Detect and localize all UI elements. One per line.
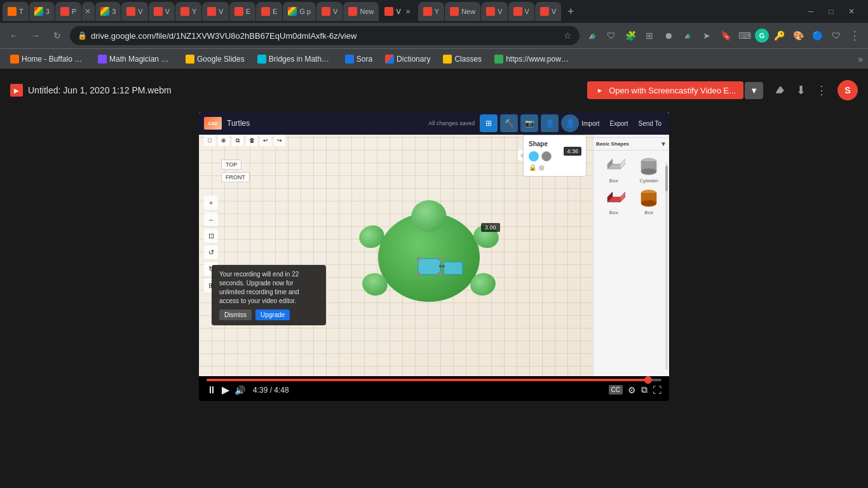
- keyboard-ext-icon[interactable]: ⌨: [736, 27, 754, 44]
- grid-icon[interactable]: ⊞: [641, 27, 658, 44]
- lastpass-icon[interactable]: 🔑: [770, 27, 788, 44]
- open-with-button[interactable]: ▶ Open with Screencastify Video E...: [587, 81, 743, 99]
- tab-15-active[interactable]: V ✕: [379, 2, 417, 21]
- drive-acl-icon[interactable]: [773, 83, 786, 98]
- shape-target-icon[interactable]: ◎: [539, 164, 545, 171]
- color-swatch-grey[interactable]: [541, 151, 552, 161]
- minimize-button[interactable]: ─: [802, 3, 820, 20]
- extra-ext-icon[interactable]: 🔵: [808, 27, 826, 44]
- forward-button[interactable]: →: [27, 27, 44, 44]
- bookmark-powto[interactable]: https://www.powto...: [489, 53, 574, 65]
- user-avatar[interactable]: S: [837, 80, 858, 100]
- tab-6[interactable]: V: [121, 2, 147, 21]
- dismiss-button[interactable]: Dismiss: [219, 309, 252, 320]
- volume-button[interactable]: 🔊: [234, 385, 245, 395]
- bookmark-classes[interactable]: Classes: [438, 53, 487, 65]
- tinkercad-sendto-button[interactable]: Send To: [635, 119, 664, 128]
- refresh-button[interactable]: ↻: [48, 27, 66, 44]
- tab-9[interactable]: V: [202, 2, 228, 21]
- tab-19[interactable]: V: [508, 2, 534, 21]
- bookmark-home[interactable]: Home - Buffalo Rid...: [5, 53, 90, 65]
- progress-thumb[interactable]: [644, 376, 652, 384]
- chrome-menu-button[interactable]: ⋮: [846, 29, 863, 43]
- tab-2[interactable]: 3: [29, 2, 55, 21]
- fullscreen-button[interactable]: ⛶: [653, 385, 661, 395]
- tab-16[interactable]: Y: [418, 2, 444, 21]
- maximize-button[interactable]: □: [822, 3, 840, 20]
- arrow-ext-icon[interactable]: ➤: [698, 27, 715, 44]
- bookmark-star-icon[interactable]: ☆: [564, 30, 572, 41]
- tinkercad-person-icon[interactable]: 👤: [541, 114, 559, 132]
- tk-zoom-in[interactable]: +: [204, 196, 218, 210]
- bookmark-math[interactable]: Math Magician Mul...: [93, 53, 178, 65]
- tk-rotate-left[interactable]: ↺: [204, 245, 218, 259]
- shape-item-cylinder-orange[interactable]: Box: [633, 186, 666, 215]
- tab-8[interactable]: Y: [175, 2, 201, 21]
- bookmark-sora[interactable]: Sora: [340, 53, 377, 65]
- bookmark-bridges[interactable]: Bridges in Mathem...: [252, 53, 337, 65]
- video-content[interactable]: CAD Turtles All changes saved ⊞ 🔨 📷 👤 👤 …: [199, 112, 669, 376]
- new-tab-button[interactable]: +: [562, 3, 580, 20]
- shape-item-box-red[interactable]: Box: [597, 186, 630, 215]
- tab-5[interactable]: 3: [95, 2, 121, 21]
- tab-close-15[interactable]: ✕: [403, 7, 412, 16]
- tinkercad-camera-icon[interactable]: 📷: [520, 114, 538, 132]
- color-swatch-blue[interactable]: [529, 151, 539, 161]
- close-button[interactable]: ✕: [843, 3, 860, 20]
- open-with-dropdown-button[interactable]: ▼: [745, 82, 763, 99]
- tab-7[interactable]: V: [149, 2, 175, 21]
- tk-duplicate-tool[interactable]: ⧉: [232, 135, 243, 146]
- protection-icon[interactable]: 🛡: [827, 27, 845, 44]
- tinkercad-grid-view-icon[interactable]: ⊞: [480, 114, 498, 132]
- tab-18[interactable]: V: [481, 2, 507, 21]
- tk-delete-tool[interactable]: 🗑: [246, 135, 257, 146]
- tab-20[interactable]: V: [535, 2, 561, 21]
- bookmark-dictionary[interactable]: Dictionary: [380, 53, 435, 65]
- extensions-icon[interactable]: 🧩: [621, 27, 639, 44]
- screencastify-icon[interactable]: ⏺: [660, 27, 677, 44]
- tab-1[interactable]: T: [3, 2, 29, 21]
- miniplayer-button[interactable]: ⧉: [641, 384, 648, 395]
- shape-item-cylinder[interactable]: Cylinder: [633, 154, 666, 184]
- tab-close-btn[interactable]: ✕: [82, 2, 95, 21]
- tab-17[interactable]: New: [445, 2, 480, 21]
- address-box[interactable]: 🔒 drive.google.com/file/d/1NZ1XVW3VU8o2h…: [70, 26, 580, 45]
- tab-3[interactable]: P: [55, 2, 81, 21]
- colorpicker-icon[interactable]: 🎨: [789, 27, 807, 44]
- panel-scrollbar-thumb[interactable]: [665, 166, 668, 191]
- tab-13[interactable]: V: [316, 2, 342, 21]
- tk-select-tool[interactable]: □: [204, 135, 215, 146]
- shape-lock-icon[interactable]: 🔒: [529, 164, 536, 171]
- bookmark-ext-icon[interactable]: 🔖: [717, 27, 735, 44]
- tinkercad-import-button[interactable]: Import: [579, 119, 602, 128]
- tinkercad-export-button[interactable]: Export: [607, 119, 631, 128]
- tinkercad-hammer-icon[interactable]: 🔨: [500, 114, 518, 132]
- play-button[interactable]: ▶: [222, 384, 229, 396]
- drive-icon[interactable]: [583, 27, 601, 44]
- tk-move-tool[interactable]: ⊕: [218, 135, 229, 146]
- download-button[interactable]: ⬇: [796, 83, 806, 97]
- progress-bar[interactable]: [207, 379, 661, 381]
- shield-icon[interactable]: 🛡: [602, 27, 620, 44]
- bookmark-slides[interactable]: Google Slides: [180, 53, 250, 65]
- pause-button[interactable]: ⏸: [207, 384, 217, 396]
- upgrade-button[interactable]: Upgrade: [255, 309, 290, 320]
- tab-11[interactable]: E: [256, 2, 282, 21]
- tab-14[interactable]: New: [343, 2, 379, 21]
- tk-undo-tool[interactable]: ↩: [260, 135, 271, 146]
- tk-fit-view[interactable]: ⊡: [204, 229, 218, 243]
- google-drive-ext-icon[interactable]: [679, 27, 696, 44]
- settings-button[interactable]: ⚙: [628, 385, 636, 395]
- bookmarks-more-button[interactable]: »: [858, 54, 863, 64]
- tab-12[interactable]: G p: [283, 2, 316, 21]
- tab-10[interactable]: E: [229, 2, 255, 21]
- tk-redo-tool[interactable]: ↪: [274, 135, 285, 146]
- shape-item-box-grey[interactable]: Box: [597, 154, 630, 184]
- tk-zoom-out[interactable]: –: [204, 212, 218, 226]
- captions-button[interactable]: CC: [609, 385, 623, 395]
- grammarly-icon[interactable]: G: [755, 29, 769, 43]
- tinkercad-user-icon[interactable]: 👤: [561, 114, 579, 132]
- more-options-button[interactable]: ⋮: [816, 83, 827, 97]
- back-button[interactable]: ←: [5, 27, 23, 44]
- shape-category-dropdown[interactable]: ▼: [660, 140, 667, 147]
